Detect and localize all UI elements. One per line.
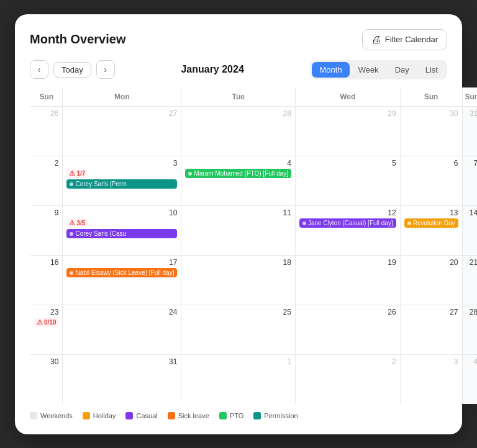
day-cell-w4d3[interactable]: 26 [295,305,400,354]
day-cell-w4d2[interactable]: 25 [181,305,296,354]
legend-dot-sick [168,412,175,419]
day-cell-w0d3[interactable]: 29 [295,106,400,156]
header-sun1: Sun [30,87,63,106]
event-dot [70,271,73,275]
day-cell-w0d4[interactable]: 30 [400,106,462,156]
alert-badge: ⚠0/10 [34,318,58,327]
event-chip-casual[interactable]: Corey Saris (Casu [66,229,177,238]
next-month-button[interactable]: › [96,60,115,79]
legend-dot-holiday [83,412,90,419]
event-chip-sick[interactable]: Nabil Elsawy (Sick Leave) [Full day] [66,268,177,277]
event-dot [302,222,306,225]
day-cell-w1d0[interactable]: 2 [30,156,63,205]
day-cell-w2d5[interactable]: 14 [462,205,477,255]
day-number: 26 [299,308,396,316]
day-cell-w4d0[interactable]: 23⚠0/10 [30,305,63,354]
day-cell-w2d1[interactable]: 10⚠3/5Corey Saris (Casu [63,205,181,255]
calendar-header-row: Sun Mon Tue Wed Sun Sun Sun [30,87,478,106]
event-dot [407,222,411,225]
day-cell-w4d4[interactable]: 27 [400,305,462,354]
day-number: 3 [66,159,177,168]
header-sun2: Sun [400,87,462,106]
day-cell-w5d4[interactable]: 3 [400,354,462,404]
day-cell-w0d0[interactable]: 26 [30,106,63,156]
day-number: 12 [299,208,396,217]
day-cell-w3d3[interactable]: 19 [295,255,400,305]
header-tue: Tue [181,87,296,106]
day-cell-w4d1[interactable]: 24 [63,305,181,354]
event-chip-casual[interactable]: Jane Clyton (Casual) [Full day] [299,218,396,228]
event-dot [70,232,73,236]
event-dot [70,182,73,186]
day-number: 10 [66,208,177,217]
header-wed: Wed [295,87,400,106]
day-cell-w5d0[interactable]: 30 [30,354,63,404]
day-cell-w0d2[interactable]: 28 [181,106,296,156]
day-number: 27 [404,308,458,316]
tab-list[interactable]: List [418,62,445,78]
today-button[interactable]: Today [53,62,91,78]
legend-dot-permission [253,412,261,419]
day-cell-w1d2[interactable]: 4Maram Mohamed (PTO) [Full day] [181,156,296,205]
event-chip-pto[interactable]: Maram Mohamed (PTO) [Full day] [185,169,291,178]
day-number: 2 [299,357,396,366]
day-cell-w2d0[interactable]: 9 [30,205,63,255]
day-number: 3 [404,357,458,366]
event-chip-holiday[interactable]: Revolution Day [404,218,458,228]
legend-permission: Permission [253,412,298,419]
day-cell-w3d1[interactable]: 17Nabil Elsawy (Sick Leave) [Full day] [63,255,181,305]
day-number: 25 [185,308,291,316]
day-cell-w5d5[interactable]: 4 [462,354,477,404]
alert-badge: ⚠1/7 [66,169,88,178]
day-cell-w0d1[interactable]: 27 [63,106,181,156]
day-number: 23 [34,308,58,316]
day-number: 16 [34,258,58,267]
day-cell-w3d2[interactable]: 18 [181,255,296,305]
day-cell-w1d4[interactable]: 6 [400,156,462,205]
week-row-5: 303112345 [30,354,478,404]
event-chip-permission[interactable]: Corey Saris (Perm [66,179,177,189]
month-label: January 2024 [181,64,243,75]
alert-icon: ⚠ [69,219,75,227]
alert-icon: ⚠ [37,318,43,326]
day-number: 20 [404,258,458,267]
nav-row: ‹ Today › January 2024 Month Week Day Li… [30,60,447,79]
legend-dot-pto [219,412,227,419]
day-cell-w0d5[interactable]: 31 [462,106,477,156]
legend-casual: Casual [125,412,157,419]
week-row-4: 23⚠0/10242526272829 [30,305,478,354]
day-number: 28 [466,308,478,316]
day-number: 5 [299,159,396,168]
filter-icon: 🖨 [371,34,381,45]
calendar-card: Month Overview 🖨 Filter Calendar ‹ Today… [15,14,462,434]
day-cell-w2d2[interactable]: 11 [181,205,296,255]
filter-calendar-button[interactable]: 🖨 Filter Calendar [362,29,447,50]
day-cell-w3d0[interactable]: 16 [30,255,63,305]
day-number: 21 [466,258,478,267]
prev-month-button[interactable]: ‹ [30,60,48,79]
day-number: 1 [185,357,291,366]
day-cell-w1d3[interactable]: 5 [295,156,400,205]
tab-week[interactable]: Week [351,62,386,78]
day-number: 13 [404,208,458,217]
day-cell-w4d5[interactable]: 28 [462,305,477,354]
day-cell-w3d5[interactable]: 21 [462,255,477,305]
day-number: 31 [466,109,478,118]
day-cell-w5d3[interactable]: 2 [295,354,400,404]
day-number: 4 [466,357,478,366]
day-cell-w2d4[interactable]: 13Revolution Day [400,205,462,255]
day-cell-w5d1[interactable]: 31 [63,354,181,404]
day-cell-w2d3[interactable]: 12Jane Clyton (Casual) [Full day] [295,205,400,255]
day-number: 30 [404,109,458,118]
day-number: 30 [34,357,58,366]
day-cell-w5d2[interactable]: 1 [181,354,296,404]
day-cell-w3d4[interactable]: 20 [400,255,462,305]
event-dot [188,172,192,176]
day-cell-w1d5[interactable]: 7 [462,156,477,205]
day-number: 9 [34,208,58,217]
tab-day[interactable]: Day [388,62,417,78]
day-cell-w1d1[interactable]: 3⚠1/7Corey Saris (Perm [63,156,181,205]
page-title: Month Overview [30,32,125,47]
tab-month[interactable]: Month [312,62,349,78]
week-row-3: 1617Nabil Elsawy (Sick Leave) [Full day]… [30,255,478,305]
